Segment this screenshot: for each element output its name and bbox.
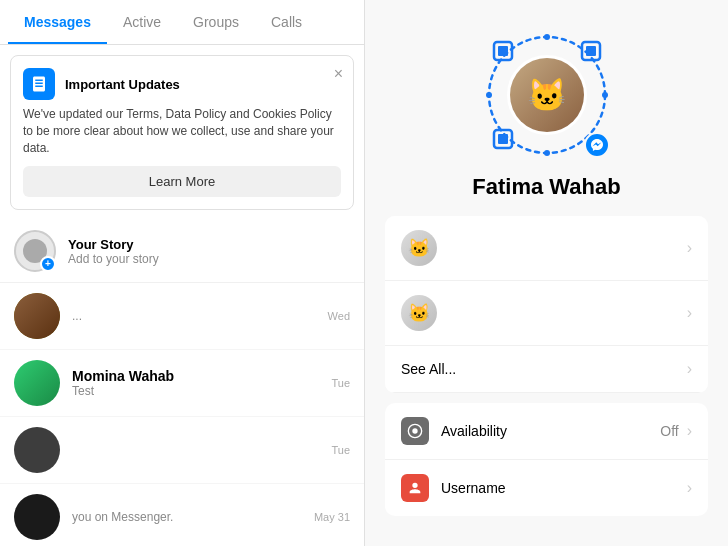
- book-svg: [30, 75, 48, 93]
- option-avatar-2: 🐱: [401, 295, 437, 331]
- see-all-button[interactable]: See All... ›: [385, 346, 708, 393]
- list-item[interactable]: 🐱 ›: [385, 281, 708, 346]
- msg-time: May 31: [314, 511, 350, 523]
- left-panel: Messages Active Groups Calls Important U…: [0, 0, 365, 546]
- availability-icon-svg: [407, 423, 423, 439]
- notification-banner: Important Updates × We've updated our Te…: [10, 55, 354, 210]
- banner-body-text: We've updated our Terms, Data Policy and…: [23, 106, 341, 156]
- msg-info: you on Messenger.: [72, 510, 306, 524]
- messenger-badge-icon: [584, 132, 610, 158]
- list-item[interactable]: you on Messenger. May 31: [0, 484, 364, 546]
- svg-point-12: [412, 428, 417, 433]
- availability-setting[interactable]: Availability Off ›: [385, 403, 708, 460]
- option-avatar-1: 🐱: [401, 230, 437, 266]
- svg-point-10: [602, 92, 608, 98]
- story-text: Your Story Add to your story: [68, 237, 159, 266]
- chevron-right-icon: ›: [687, 304, 692, 322]
- tab-groups[interactable]: Groups: [177, 0, 255, 44]
- story-add-icon: +: [40, 256, 56, 272]
- msg-info: ...: [72, 309, 320, 323]
- chevron-right-icon: ›: [687, 422, 692, 440]
- banner-title: Important Updates: [65, 77, 180, 92]
- list-item[interactable]: 🐱 ›: [385, 216, 708, 281]
- banner-book-icon: [23, 68, 55, 100]
- tabs-bar: Messages Active Groups Calls: [0, 0, 364, 45]
- availability-value: Off: [660, 423, 678, 439]
- msg-info: Momina Wahab Test: [72, 368, 323, 398]
- tab-messages[interactable]: Messages: [8, 0, 107, 44]
- see-all-label: See All...: [401, 361, 687, 377]
- profile-section: 🐱 Fatima Wahab 🐱 › 🐱: [365, 0, 728, 536]
- msg-preview: Test: [72, 384, 323, 398]
- msg-preview: ...: [72, 309, 320, 323]
- learn-more-button[interactable]: Learn More: [23, 166, 341, 197]
- chevron-right-icon: ›: [687, 479, 692, 497]
- msg-time: Tue: [331, 377, 350, 389]
- profile-name: Fatima Wahab: [472, 174, 620, 200]
- story-avatar: +: [14, 230, 56, 272]
- svg-rect-6: [498, 134, 508, 144]
- availability-icon: [401, 417, 429, 445]
- svg-point-7: [544, 34, 550, 40]
- avatar: [14, 293, 60, 339]
- right-panel: 🐱 Fatima Wahab 🐱 › 🐱: [365, 0, 728, 546]
- story-name: Your Story: [68, 237, 159, 252]
- messenger-logo-svg: [590, 138, 604, 152]
- svg-rect-4: [586, 46, 596, 56]
- banner-header: Important Updates: [23, 68, 341, 100]
- svg-rect-2: [498, 46, 508, 56]
- msg-time: Wed: [328, 310, 350, 322]
- avatar: [14, 360, 60, 406]
- settings-section: Availability Off › Username ›: [385, 403, 708, 516]
- chevron-right-icon: ›: [687, 360, 692, 378]
- tab-active[interactable]: Active: [107, 0, 177, 44]
- username-icon: [401, 474, 429, 502]
- username-setting[interactable]: Username ›: [385, 460, 708, 516]
- availability-label: Availability: [441, 423, 660, 439]
- msg-name: Momina Wahab: [72, 368, 323, 384]
- msg-preview: you on Messenger.: [72, 510, 306, 524]
- story-sub: Add to your story: [68, 252, 159, 266]
- svg-point-8: [544, 150, 550, 156]
- shared-items-list: 🐱 › 🐱 › See All... ›: [385, 216, 708, 393]
- avatar: [14, 494, 60, 540]
- tab-calls[interactable]: Calls: [255, 0, 318, 44]
- avatar: [14, 427, 60, 473]
- banner-close-button[interactable]: ×: [334, 66, 343, 82]
- svg-point-9: [486, 92, 492, 98]
- list-item[interactable]: ... Wed: [0, 283, 364, 350]
- username-label: Username: [441, 480, 687, 496]
- list-item[interactable]: Momina Wahab Test Tue: [0, 350, 364, 417]
- username-icon-svg: [407, 480, 423, 496]
- story-item[interactable]: + Your Story Add to your story: [0, 220, 364, 283]
- profile-avatar: 🐱: [507, 55, 587, 135]
- msg-time: Tue: [331, 444, 350, 456]
- qr-ring-container: 🐱: [482, 30, 612, 160]
- message-list: ... Wed Momina Wahab Test Tue Tue: [0, 283, 364, 546]
- list-item[interactable]: Tue: [0, 417, 364, 484]
- chevron-right-icon: ›: [687, 239, 692, 257]
